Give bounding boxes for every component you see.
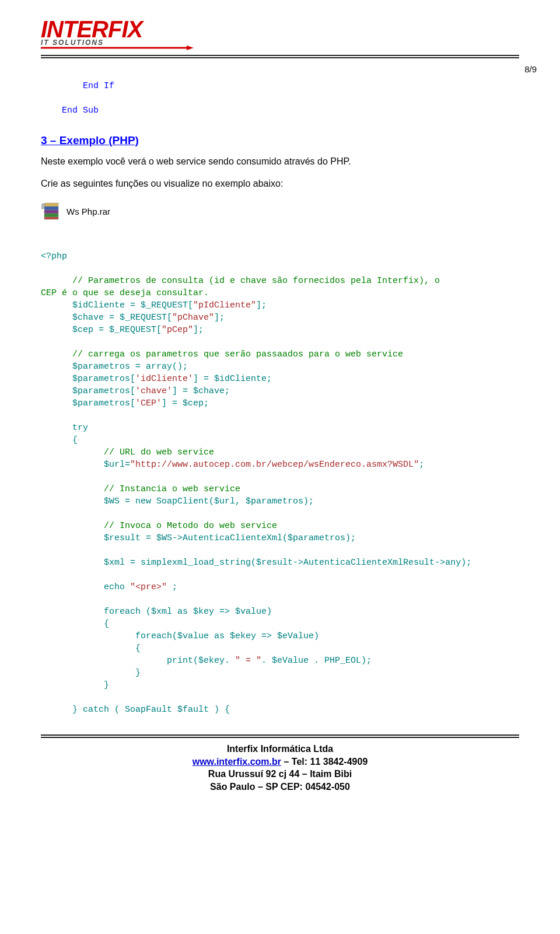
svg-marker-1 xyxy=(187,46,194,50)
section-title: 3 – Exemplo (PHP) xyxy=(41,134,519,147)
php-comment-1b: CEP é o que se deseja consultar. xyxy=(41,288,209,298)
divider-top-2 xyxy=(41,57,519,58)
attachment-label: Ws Php.rar xyxy=(66,207,110,216)
divider-bottom-2 xyxy=(41,737,519,738)
svg-rect-5 xyxy=(44,214,58,217)
rar-icon xyxy=(41,201,62,222)
section-instr: Crie as seguintes funções ou visualize n… xyxy=(41,179,519,189)
code-endsub: End Sub xyxy=(62,106,99,116)
divider-top xyxy=(41,55,519,56)
section-intro: Neste exemplo você verá o web service se… xyxy=(41,156,519,167)
footer-addr1: Rua Urussuí 92 cj 44 – Itaim Bibi xyxy=(41,768,519,781)
svg-rect-2 xyxy=(44,203,58,207)
footer-addr2: São Paulo – SP CEP: 04542-050 xyxy=(41,781,519,793)
svg-rect-4 xyxy=(44,210,58,214)
attachment-row: Ws Php.rar xyxy=(41,201,519,222)
php-comment-1a: // Parametros de consulta (id e chave sã… xyxy=(72,276,440,286)
svg-rect-3 xyxy=(44,207,58,210)
svg-rect-6 xyxy=(44,217,58,219)
footer-site-link[interactable]: www.interfix.com.br xyxy=(192,757,281,767)
logo-main-text: INTERFIX xyxy=(41,18,519,41)
code-block-top: End If End Sub xyxy=(41,68,519,117)
divider-bottom xyxy=(41,734,519,736)
page-number: 8/9 xyxy=(524,64,537,74)
code-block-php: <?php // Parametros de consulta (id e ch… xyxy=(41,238,519,716)
php-open: <?php xyxy=(41,251,67,261)
code-endif: End If xyxy=(83,81,114,91)
footer-tel: – Tel: 11 3842-4909 xyxy=(281,757,368,767)
footer-company: Interfix Informática Ltda xyxy=(41,743,519,755)
footer: Interfix Informática Ltda www.interfix.c… xyxy=(41,743,519,793)
logo: INTERFIX IT SOLUTIONS xyxy=(41,18,519,50)
